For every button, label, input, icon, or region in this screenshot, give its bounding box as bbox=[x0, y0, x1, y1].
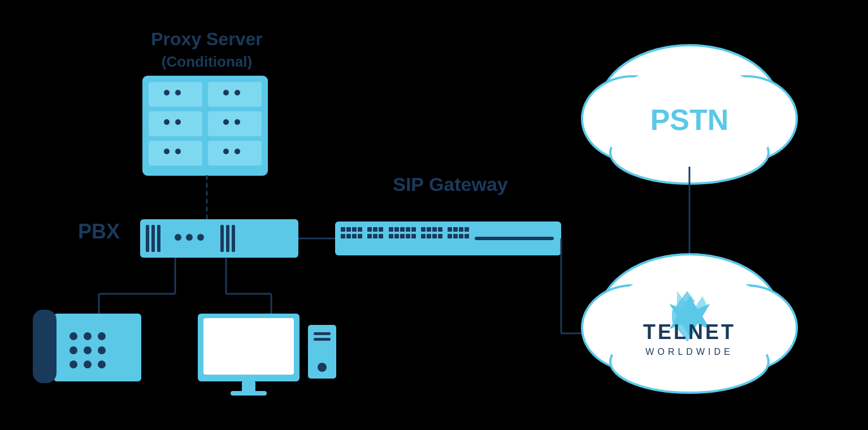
svg-point-11 bbox=[223, 149, 229, 154]
svg-rect-47 bbox=[427, 227, 431, 232]
svg-rect-60 bbox=[459, 234, 463, 238]
svg-point-4 bbox=[235, 90, 240, 95]
svg-point-12 bbox=[235, 149, 240, 154]
worldwide-text: WORLDWIDE bbox=[645, 347, 733, 357]
svg-rect-39 bbox=[406, 227, 410, 232]
svg-rect-62 bbox=[475, 237, 554, 240]
svg-rect-59 bbox=[453, 234, 458, 238]
pstn-text: PSTN bbox=[650, 103, 729, 136]
svg-rect-24 bbox=[352, 227, 357, 232]
proxy-conditional-label: (Conditional) bbox=[162, 53, 252, 70]
svg-rect-13 bbox=[146, 225, 149, 252]
svg-rect-36 bbox=[389, 227, 393, 232]
monitor-base bbox=[231, 391, 267, 396]
svg-rect-31 bbox=[373, 227, 377, 232]
svg-rect-28 bbox=[352, 234, 357, 238]
network-diagram: Proxy Server (Conditional) PBX SIP Gatew… bbox=[0, 0, 868, 430]
svg-rect-26 bbox=[341, 234, 345, 238]
server-row-1b bbox=[208, 82, 262, 107]
svg-rect-22 bbox=[341, 227, 345, 232]
sip-gateway-label: SIP Gateway bbox=[393, 173, 508, 195]
svg-rect-42 bbox=[394, 234, 399, 238]
svg-rect-57 bbox=[465, 227, 469, 232]
svg-point-66 bbox=[70, 346, 77, 354]
svg-rect-45 bbox=[411, 234, 416, 238]
svg-rect-33 bbox=[367, 234, 372, 238]
svg-rect-14 bbox=[151, 225, 155, 252]
svg-rect-32 bbox=[379, 227, 383, 232]
svg-rect-50 bbox=[421, 234, 426, 238]
svg-point-65 bbox=[98, 332, 106, 340]
svg-rect-44 bbox=[406, 234, 410, 238]
svg-point-64 bbox=[84, 332, 92, 340]
svg-rect-43 bbox=[400, 234, 405, 238]
svg-point-18 bbox=[197, 234, 204, 241]
svg-point-8 bbox=[235, 119, 240, 125]
svg-rect-46 bbox=[421, 227, 426, 232]
pbx-label: PBX bbox=[78, 220, 120, 243]
svg-rect-35 bbox=[379, 234, 383, 238]
svg-point-68 bbox=[98, 346, 106, 354]
svg-point-16 bbox=[175, 234, 181, 241]
telnet-text: TELNET bbox=[643, 320, 736, 344]
proxy-server-label: Proxy Server bbox=[151, 29, 262, 49]
phone-icon bbox=[54, 314, 141, 381]
svg-point-70 bbox=[84, 360, 92, 368]
svg-rect-53 bbox=[438, 234, 442, 238]
phone-handset bbox=[33, 310, 57, 383]
svg-point-7 bbox=[223, 119, 229, 125]
svg-rect-73 bbox=[314, 338, 331, 341]
svg-point-63 bbox=[70, 332, 77, 340]
svg-point-71 bbox=[98, 360, 106, 368]
svg-rect-52 bbox=[432, 234, 437, 238]
svg-rect-25 bbox=[358, 227, 362, 232]
svg-rect-23 bbox=[346, 227, 351, 232]
svg-rect-38 bbox=[400, 227, 405, 232]
svg-rect-58 bbox=[448, 234, 452, 238]
server-row-1a bbox=[149, 82, 202, 107]
svg-point-1 bbox=[164, 90, 170, 95]
svg-rect-20 bbox=[226, 225, 229, 252]
svg-rect-55 bbox=[453, 227, 458, 232]
svg-rect-19 bbox=[220, 225, 224, 252]
svg-rect-56 bbox=[459, 227, 463, 232]
server-row-2b bbox=[208, 111, 262, 136]
svg-rect-29 bbox=[358, 234, 362, 238]
svg-rect-61 bbox=[465, 234, 469, 238]
svg-point-10 bbox=[175, 149, 181, 154]
monitor-screen bbox=[203, 318, 294, 375]
svg-point-2 bbox=[175, 90, 181, 95]
svg-rect-40 bbox=[411, 227, 416, 232]
svg-rect-37 bbox=[394, 227, 399, 232]
svg-rect-34 bbox=[373, 234, 377, 238]
svg-point-5 bbox=[164, 119, 170, 125]
svg-point-67 bbox=[84, 346, 92, 354]
svg-point-6 bbox=[175, 119, 181, 125]
svg-point-69 bbox=[70, 360, 77, 368]
server-row-3b bbox=[208, 141, 262, 166]
svg-rect-48 bbox=[432, 227, 437, 232]
svg-point-9 bbox=[164, 149, 170, 154]
svg-rect-41 bbox=[389, 234, 393, 238]
svg-point-74 bbox=[318, 363, 327, 372]
svg-rect-51 bbox=[427, 234, 431, 238]
svg-rect-30 bbox=[367, 227, 372, 232]
svg-rect-72 bbox=[314, 332, 331, 335]
svg-rect-27 bbox=[346, 234, 351, 238]
pbx-device bbox=[140, 219, 298, 258]
svg-point-3 bbox=[223, 90, 229, 95]
server-row-3a bbox=[149, 141, 202, 166]
svg-rect-49 bbox=[438, 227, 442, 232]
svg-rect-21 bbox=[232, 225, 235, 252]
svg-rect-15 bbox=[157, 225, 160, 252]
svg-point-17 bbox=[186, 234, 193, 241]
svg-rect-54 bbox=[448, 227, 452, 232]
server-row-2a bbox=[149, 111, 202, 136]
